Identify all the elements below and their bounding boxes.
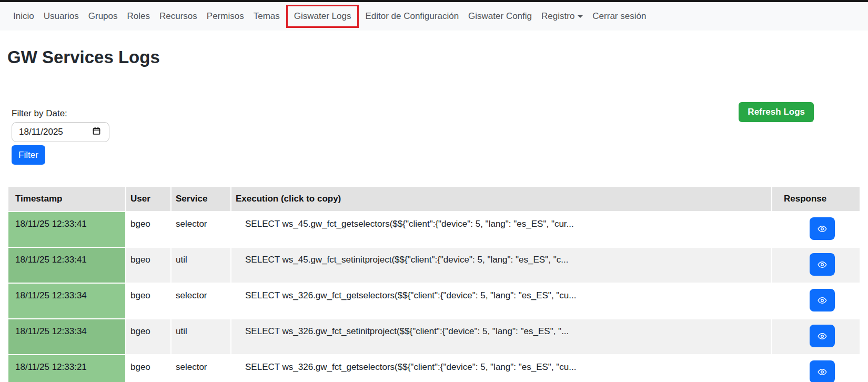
date-input-value: 18/11/2025 [19,127,63,137]
header-user: User [126,187,170,211]
header-execution: Execution (click to copy) [231,187,771,211]
timestamp-cell: 18/11/25 12:33:21 [8,355,125,382]
header-response: Response [772,187,860,211]
timestamp-cell: 18/11/25 12:33:41 [8,248,125,283]
header-service: Service [171,187,230,211]
execution-cell[interactable]: SELECT ws_45.gw_fct_getselectors($${"cli… [231,212,771,247]
execution-cell[interactable]: SELECT ws_326.gw_fct_setinitproject($${"… [231,319,771,354]
chevron-down-icon [578,15,583,18]
filter-button[interactable]: Filter [12,145,45,165]
execution-cell[interactable]: SELECT ws_45.gw_fct_setinitproject($${"c… [231,248,771,283]
logs-table: Timestamp User Service Execution (click … [7,186,861,382]
response-cell [772,355,860,382]
service-cell: selector [171,212,230,247]
execution-cell[interactable]: SELECT ws_326.gw_fct_getselectors($${"cl… [231,284,771,318]
nav-item-giswater-logs[interactable]: Giswater Logs [286,5,359,28]
refresh-logs-button[interactable]: Refresh Logs [739,102,814,122]
service-cell: selector [171,355,230,382]
table-row: 18/11/25 12:33:34 bgeo selector SELECT w… [8,284,860,318]
service-cell: util [171,248,230,283]
nav-item-roles[interactable]: Roles [123,6,155,26]
timestamp-cell: 18/11/25 12:33:41 [8,212,125,247]
nav-item-cerrar-sesion[interactable]: Cerrar sesión [588,6,651,26]
page-title: GW Services Logs [7,47,160,67]
view-response-button[interactable] [810,253,835,276]
nav-item-inicio[interactable]: Inicio [8,6,39,26]
user-cell: bgeo [126,355,170,382]
eye-icon [817,331,827,341]
timestamp-cell: 18/11/25 12:33:34 [8,284,125,318]
filter-date-label: Filter by Date: [12,108,67,119]
service-cell: selector [171,284,230,318]
eye-icon [817,296,827,305]
view-response-button[interactable] [810,289,835,311]
table-row: 18/11/25 12:33:34 bgeo util SELECT ws_32… [8,319,860,354]
main-navbar: Inicio Usuarios Grupos Roles Recursos Pe… [0,2,868,31]
response-cell [772,248,860,283]
nav-item-permisos[interactable]: Permisos [202,6,249,26]
table-row: 18/11/25 12:33:21 bgeo selector SELECT w… [8,355,860,382]
service-cell: util [171,319,230,354]
nav-item-editor-configuracion[interactable]: Editor de Configuración [360,6,463,26]
table-header-row: Timestamp User Service Execution (click … [8,187,860,211]
table-row: 18/11/25 12:33:41 bgeo util SELECT ws_45… [8,248,860,283]
response-cell [772,284,860,318]
response-cell [772,319,860,354]
user-cell: bgeo [126,284,170,318]
nav-item-temas[interactable]: Temas [249,6,285,26]
eye-icon [817,260,827,269]
execution-cell[interactable]: SELECT ws_326.gw_fct_getselectors($${"cl… [231,355,771,382]
header-timestamp: Timestamp [8,187,125,211]
user-cell: bgeo [126,248,170,283]
nav-item-recursos[interactable]: Recursos [155,6,202,26]
calendar-icon[interactable] [92,126,101,138]
nav-item-registro-label: Registro [541,11,574,21]
user-cell: bgeo [126,319,170,354]
view-response-button[interactable] [810,325,835,347]
date-input[interactable]: 18/11/2025 [12,122,109,142]
nav-item-grupos[interactable]: Grupos [84,6,123,26]
eye-icon [817,367,827,377]
user-cell: bgeo [126,212,170,247]
view-response-button[interactable] [810,360,835,382]
nav-item-registro-dropdown[interactable]: Registro [537,6,588,26]
nav-item-giswater-config[interactable]: Giswater Config [463,6,537,26]
timestamp-cell: 18/11/25 12:33:34 [8,319,125,354]
view-response-button[interactable] [810,217,835,240]
table-row: 18/11/25 12:33:41 bgeo selector SELECT w… [8,212,860,247]
nav-item-usuarios[interactable]: Usuarios [39,6,84,26]
eye-icon [817,224,827,234]
response-cell [772,212,860,247]
